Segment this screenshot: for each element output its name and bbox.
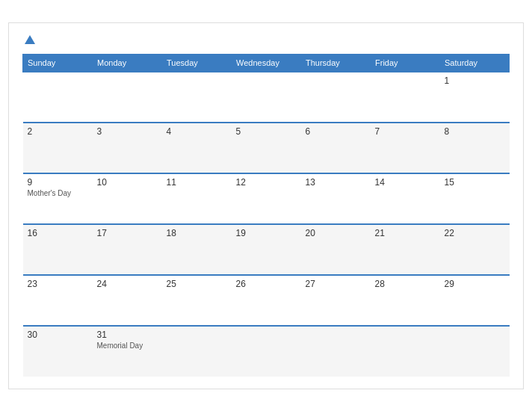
calendar-cell: 8 (440, 123, 510, 173)
day-event: Mother's Day (28, 189, 88, 197)
calendar-cell: 19 (232, 224, 301, 275)
calendar-cell: 17 (93, 224, 162, 275)
calendar-cell: 13 (301, 173, 371, 224)
day-number: 12 (236, 177, 297, 188)
calendar-cell: 30 (23, 326, 93, 377)
calendar-cell: 2 (23, 123, 93, 173)
day-number: 28 (375, 279, 436, 289)
calendar-cell (162, 326, 232, 377)
weekday-header: Wednesday (232, 54, 301, 72)
day-number: 2 (28, 126, 88, 137)
day-number: 30 (28, 330, 88, 340)
day-number: 3 (97, 126, 158, 137)
logo (22, 35, 35, 45)
calendar-cell: 18 (162, 224, 232, 275)
calendar-week-row: 1 (23, 72, 510, 123)
calendar-week-row: 2345678 (23, 123, 510, 173)
calendar-cell: 21 (371, 224, 440, 275)
calendar-cell: 5 (232, 123, 301, 173)
calendar-cell: 20 (301, 224, 371, 275)
day-number: 13 (306, 177, 366, 188)
day-number: 1 (445, 75, 505, 86)
calendar-cell: 31Memorial Day (93, 326, 162, 377)
day-number: 25 (167, 279, 227, 289)
weekday-header: Sunday (23, 54, 93, 72)
calendar-cell: 6 (301, 123, 371, 173)
calendar-cell (301, 72, 371, 123)
day-number: 6 (306, 126, 366, 137)
logo-triangle-icon (25, 35, 35, 44)
day-number: 15 (445, 177, 505, 188)
day-number: 31 (97, 330, 158, 340)
calendar-header (22, 35, 510, 45)
day-number: 9 (28, 177, 88, 188)
day-number: 29 (445, 279, 505, 289)
calendar-week-row: 9Mother's Day101112131415 (23, 173, 510, 224)
calendar-cell: 28 (371, 275, 440, 326)
day-number: 18 (167, 228, 227, 238)
calendar-container: SundayMondayTuesdayWednesdayThursdayFrid… (8, 22, 524, 389)
day-number: 23 (28, 279, 88, 289)
calendar-week-row: 3031Memorial Day (23, 326, 510, 377)
day-number: 10 (97, 177, 158, 188)
calendar-body: 123456789Mother's Day1011121314151617181… (23, 72, 510, 377)
calendar-cell (232, 326, 301, 377)
day-number: 24 (97, 279, 158, 289)
calendar-cell: 7 (371, 123, 440, 173)
calendar-week-row: 23242526272829 (23, 275, 510, 326)
calendar-grid: SundayMondayTuesdayWednesdayThursdayFrid… (22, 54, 510, 377)
day-number: 8 (445, 126, 505, 137)
day-number: 27 (306, 279, 366, 289)
calendar-header-row: SundayMondayTuesdayWednesdayThursdayFrid… (23, 54, 510, 72)
day-number: 22 (445, 228, 505, 238)
calendar-cell: 3 (93, 123, 162, 173)
calendar-cell: 27 (301, 275, 371, 326)
calendar-cell: 26 (232, 275, 301, 326)
calendar-cell (301, 326, 371, 377)
day-number: 4 (167, 126, 227, 137)
weekday-header: Friday (371, 54, 440, 72)
day-number: 20 (306, 228, 366, 238)
weekday-header: Monday (93, 54, 162, 72)
calendar-cell: 22 (440, 224, 510, 275)
weekday-header: Tuesday (162, 54, 232, 72)
calendar-cell (232, 72, 301, 123)
calendar-cell: 23 (23, 275, 93, 326)
calendar-cell: 25 (162, 275, 232, 326)
calendar-cell: 16 (23, 224, 93, 275)
calendar-cell: 29 (440, 275, 510, 326)
day-number: 11 (167, 177, 227, 188)
calendar-cell: 9Mother's Day (23, 173, 93, 224)
day-number: 21 (375, 228, 436, 238)
day-number: 14 (375, 177, 436, 188)
calendar-cell (93, 72, 162, 123)
calendar-cell (23, 72, 93, 123)
calendar-cell (371, 72, 440, 123)
day-number: 17 (97, 228, 158, 238)
day-number: 26 (236, 279, 297, 289)
calendar-cell (440, 326, 510, 377)
calendar-cell: 10 (93, 173, 162, 224)
day-number: 16 (28, 228, 88, 238)
calendar-cell: 24 (93, 275, 162, 326)
weekday-header: Thursday (301, 54, 371, 72)
day-number: 19 (236, 228, 297, 238)
calendar-week-row: 16171819202122 (23, 224, 510, 275)
calendar-cell (371, 326, 440, 377)
day-number: 7 (375, 126, 436, 137)
calendar-cell (162, 72, 232, 123)
weekday-header: Saturday (440, 54, 510, 72)
logo-blue-text (22, 35, 35, 45)
calendar-cell: 15 (440, 173, 510, 224)
calendar-cell: 14 (371, 173, 440, 224)
day-event: Memorial Day (97, 342, 158, 350)
calendar-cell: 12 (232, 173, 301, 224)
day-number: 5 (236, 126, 297, 137)
calendar-cell: 11 (162, 173, 232, 224)
calendar-cell: 1 (440, 72, 510, 123)
calendar-cell: 4 (162, 123, 232, 173)
